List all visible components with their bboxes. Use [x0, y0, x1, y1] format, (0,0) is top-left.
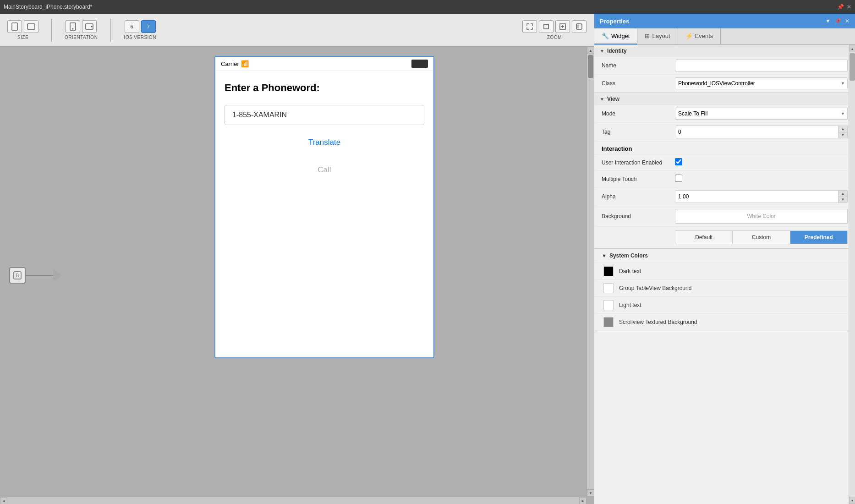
color-dark-text[interactable]: Dark text	[594, 263, 855, 280]
scroll-down-btn[interactable]: ▼	[587, 489, 594, 497]
scroll-left-btn[interactable]: ◄	[0, 497, 7, 504]
canvas-scrollbar-h[interactable]: ◄ ►	[0, 497, 586, 504]
size-group: SIZE	[7, 20, 38, 40]
tag-input[interactable]	[675, 126, 838, 138]
identity-section: ▼ Identity Name Class Ph	[594, 45, 855, 93]
system-colors-section: ▼ System Colors Dark text Group TableVie…	[594, 249, 855, 331]
size-landscape-btn[interactable]	[24, 20, 38, 33]
properties-header: Properties ▼ 📌 ✕	[594, 14, 855, 28]
alpha-decrement-btn[interactable]: ▼	[839, 197, 847, 203]
color-group-tableview[interactable]: Group TableView Background	[594, 280, 855, 297]
tag-value-container: ▲ ▼	[675, 126, 848, 138]
alpha-label: Alpha	[602, 193, 675, 200]
zoom-fit-btn[interactable]	[539, 20, 554, 33]
properties-close-icon[interactable]: ✕	[845, 18, 850, 24]
properties-dock-icon[interactable]: 📌	[834, 18, 841, 24]
status-bar: Carrier 📶	[215, 57, 433, 71]
svg-rect-0	[12, 23, 17, 30]
carrier-text: Carrier	[221, 60, 239, 67]
translate-button[interactable]: Translate	[225, 134, 424, 151]
class-row: Class Phoneworld_iOSViewController ▼	[594, 75, 855, 93]
system-colors-header[interactable]: ▼ System Colors	[594, 249, 855, 263]
color-scrollview-textured[interactable]: Scrollview Textured Background	[594, 314, 855, 331]
ios6-btn[interactable]: 6	[125, 20, 139, 33]
tab-widget[interactable]: 🔧 Widget	[594, 28, 637, 44]
identity-section-header[interactable]: ▼ Identity	[594, 45, 855, 57]
dark-text-label: Dark text	[619, 268, 641, 274]
zoom-fullscreen-btn[interactable]	[522, 20, 537, 33]
scroll-track-h	[7, 497, 579, 504]
zoom-overview-btn[interactable]	[572, 20, 586, 33]
orientation-label: ORIENTATION	[65, 35, 98, 40]
scroll-up-btn[interactable]: ▲	[587, 47, 594, 54]
dark-text-swatch	[603, 266, 614, 276]
tag-decrement-btn[interactable]: ▼	[839, 132, 847, 138]
separator-1	[51, 19, 52, 42]
default-color-btn[interactable]: Default	[675, 231, 733, 244]
background-color-display[interactable]: White Color	[675, 209, 848, 224]
alpha-value-container: ▲ ▼	[675, 190, 848, 203]
view-section-header[interactable]: ▼ View	[594, 93, 855, 105]
view-section-label: View	[607, 96, 619, 102]
entry-point-icon: B	[9, 267, 26, 284]
phone-title: Enter a Phoneword:	[225, 82, 424, 94]
properties-title: Properties	[600, 18, 629, 25]
storyboard-editor: SIZE ORIENTATION 6	[0, 14, 594, 504]
predefined-color-btn[interactable]: Predefined	[790, 231, 847, 244]
properties-panel: Properties ▼ 📌 ✕ 🔧 Widget ⊞ Layout ⚡ Eve…	[594, 14, 855, 504]
scroll-right-btn[interactable]: ►	[579, 497, 586, 504]
alpha-increment-btn[interactable]: ▲	[839, 191, 847, 197]
alpha-input[interactable]	[675, 191, 838, 203]
class-select[interactable]: Phoneworld_iOSViewController	[675, 77, 848, 89]
user-interaction-checkbox[interactable]	[675, 158, 682, 165]
user-interaction-row: User Interaction Enabled	[594, 154, 855, 171]
close-tab-button[interactable]: ✕	[847, 4, 851, 10]
view-collapse-arrow: ▼	[600, 97, 604, 102]
tab-events[interactable]: ⚡ Events	[678, 28, 721, 44]
orientation-icons-row	[66, 20, 97, 33]
name-input[interactable]	[675, 60, 848, 71]
scroll-thumb-v	[588, 55, 593, 78]
properties-scrollbar-v[interactable]: ▲ ▼	[849, 45, 855, 504]
mode-select[interactable]: Scale To Fill	[675, 108, 848, 120]
color-light-text[interactable]: Light text	[594, 297, 855, 314]
canvas-area[interactable]: B Carrier 📶 E	[0, 47, 594, 504]
props-scroll-up-btn[interactable]: ▲	[849, 45, 855, 52]
wifi-icon: 📶	[241, 60, 249, 67]
tab-events-label: Events	[695, 33, 713, 39]
system-colors-arrow: ▼	[602, 253, 607, 258]
zoom-group: ZOOM	[522, 20, 586, 40]
ios7-btn[interactable]: 7	[141, 20, 156, 33]
multiple-touch-checkbox[interactable]	[675, 175, 682, 182]
layout-icon: ⊞	[645, 33, 650, 39]
orientation-group: ORIENTATION	[65, 20, 98, 40]
alpha-spinner: ▲ ▼	[675, 190, 848, 203]
widget-icon: 🔧	[602, 33, 609, 39]
properties-pin-icon[interactable]: ▼	[825, 18, 831, 24]
canvas-scrollbar-v[interactable]: ▲ ▼	[586, 47, 594, 497]
alpha-row: Alpha ▲ ▼	[594, 187, 855, 206]
name-value-container	[675, 60, 848, 71]
orientation-portrait-btn[interactable]	[66, 20, 80, 33]
name-row: Name	[594, 57, 855, 75]
entry-point: B	[9, 267, 62, 284]
orientation-landscape-btn[interactable]	[82, 20, 97, 33]
phone-input[interactable]	[225, 105, 424, 125]
zoom-in-btn[interactable]	[555, 20, 570, 33]
tag-increment-btn[interactable]: ▲	[839, 126, 847, 132]
tab-layout-label: Layout	[652, 33, 670, 39]
call-button[interactable]: Call	[225, 162, 424, 178]
svg-rect-9	[577, 25, 579, 28]
tab-layout[interactable]: ⊞ Layout	[637, 28, 678, 44]
multiple-touch-row: Multiple Touch	[594, 171, 855, 187]
main-layout: SIZE ORIENTATION 6	[0, 14, 855, 504]
custom-color-btn[interactable]: Custom	[733, 231, 790, 244]
scrollview-swatch	[603, 317, 614, 327]
user-interaction-label: User Interaction Enabled	[602, 159, 675, 166]
class-label: Class	[602, 80, 675, 87]
iphone-frame: Carrier 📶 Enter a Phoneword: Translate C…	[214, 56, 434, 358]
size-portrait-btn[interactable]	[7, 20, 22, 33]
tag-row: Tag ▲ ▼	[594, 123, 855, 142]
props-scroll-down-btn[interactable]: ▼	[849, 497, 855, 504]
pin-icon[interactable]: 📌	[837, 4, 844, 10]
